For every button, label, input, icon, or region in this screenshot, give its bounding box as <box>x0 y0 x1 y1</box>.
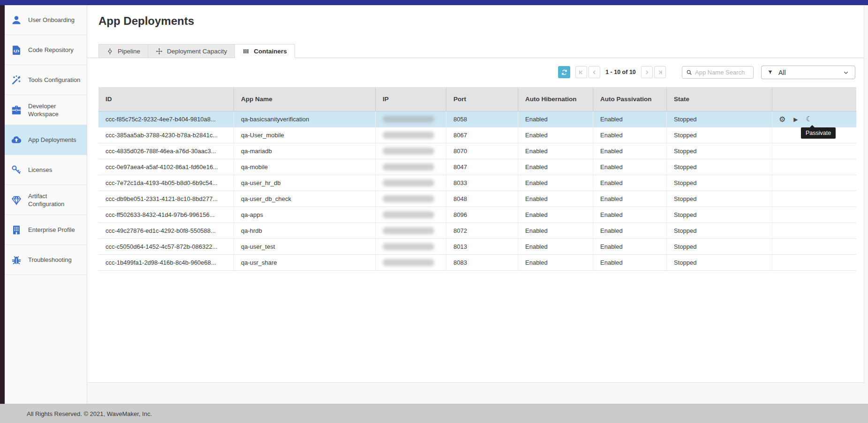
table-row[interactable]: ccc-7e72c1da-4193-4b05-b8d0-6b9c54...qa-… <box>98 175 856 191</box>
sidebar-item-label: Tools Configuration <box>28 76 82 84</box>
table-row[interactable]: ccc-49c27876-ed1c-4292-b0f8-550588...qa-… <box>98 223 856 239</box>
cell-app-name: qa-user_hr_db <box>234 175 376 191</box>
passivate-tooltip: Passivate <box>801 127 836 139</box>
pagination-last-button[interactable] <box>654 66 666 78</box>
cell-app-name: qa-user_test <box>234 239 376 254</box>
sidebar-item-artifact-configuration[interactable]: Artifact Configuration <box>5 185 87 215</box>
filter-selected-value: All <box>778 69 786 76</box>
sidebar-item-enterprise-profile[interactable]: Enterprise Profile <box>5 215 87 245</box>
cell-ip <box>376 175 446 191</box>
column-header-port: Port <box>446 87 518 111</box>
cell-port: 8067 <box>446 127 518 143</box>
sidebar-item-label: Licenses <box>28 166 82 174</box>
cell-auto-hibernation: Enabled <box>518 127 593 143</box>
column-header-state: State <box>667 87 772 111</box>
cell-auto-hibernation: Enabled <box>518 159 593 175</box>
cell-port: 8047 <box>446 159 518 175</box>
redacted-ip-value <box>383 259 434 266</box>
cell-port: 8048 <box>446 191 518 207</box>
tab-deployment-capacity[interactable]: Deployment Capacity <box>148 44 235 58</box>
refresh-button[interactable] <box>558 66 570 78</box>
tab-label: Pipeline <box>118 48 140 55</box>
cell-state: Stopped <box>667 143 772 159</box>
cell-id: ccc-7e72c1da-4193-4b05-b8d0-6b9c54... <box>98 175 234 191</box>
cell-ip <box>376 127 446 143</box>
table-row[interactable]: ccc-f85c75c2-9232-4ee7-b404-9810a8...qa-… <box>98 111 856 127</box>
sidebar-item-app-deployments[interactable]: App Deployments <box>5 125 87 155</box>
table-row[interactable]: ccc-4835d026-788f-46ea-a76d-30aac3...qa-… <box>98 143 856 159</box>
sidebar-item-label: Troubleshooting <box>28 256 82 264</box>
enterprise-profile-icon <box>11 224 22 236</box>
pagination-prev-button[interactable] <box>589 66 600 78</box>
cell-auto-hibernation: Enabled <box>518 239 593 254</box>
pagination-first-button[interactable] <box>575 66 587 78</box>
cell-actions <box>772 207 856 223</box>
cell-auto-hibernation: Enabled <box>518 255 593 270</box>
cell-app-name: qa-mobile <box>234 159 376 175</box>
cell-state: Stopped <box>667 207 772 223</box>
filter-select[interactable]: All <box>761 66 855 79</box>
artifact-configuration-icon <box>11 194 22 206</box>
pipeline-icon <box>106 48 113 55</box>
cell-state: Stopped <box>667 111 772 127</box>
sidebar-item-licenses[interactable]: Licenses <box>5 155 87 185</box>
passivate-moon-icon[interactable]: ☾ <box>806 116 812 123</box>
developer-workspace-icon <box>11 104 22 116</box>
main-content: App Deployments PipelineDeployment Capac… <box>87 5 864 383</box>
sidebar-item-developer-workspace[interactable]: Developer Workspace <box>5 95 87 125</box>
containers-table: IDApp NameIPPortAuto HibernationAuto Pas… <box>98 87 856 271</box>
tab-label: Deployment Capacity <box>167 48 227 55</box>
cell-id: ccc-ff502633-8432-41d4-97b6-996156... <box>98 207 234 223</box>
left-edge-strip <box>0 5 5 404</box>
cell-port: 8070 <box>446 143 518 159</box>
cell-port: 8072 <box>446 223 518 238</box>
cell-app-name: qa-usr_share <box>234 255 376 270</box>
sidebar-item-troubleshooting[interactable]: Troubleshooting <box>5 245 87 275</box>
cell-actions <box>772 175 856 191</box>
sidebar-item-code-repository[interactable]: Code Repository <box>5 35 87 65</box>
sidebar-item-label: Artifact Configuration <box>28 192 82 208</box>
table-row[interactable]: ccc-ff502633-8432-41d4-97b6-996156...qa-… <box>98 207 856 223</box>
tab-pipeline[interactable]: Pipeline <box>98 44 148 58</box>
cell-port: 8013 <box>446 239 518 254</box>
cell-ip <box>376 143 446 159</box>
copyright-text: All Rights Reserved. © 2021, WaveMaker, … <box>27 410 152 417</box>
table-row[interactable]: ccc-0e97aea4-a5af-4102-86a1-fd60e16...qa… <box>98 159 856 175</box>
search-input[interactable] <box>695 69 749 76</box>
table-header-row: IDApp NameIPPortAuto HibernationAuto Pas… <box>98 87 856 111</box>
cell-auto-passivation: Enabled <box>593 143 667 159</box>
page-prev-icon <box>591 69 598 76</box>
pagination-next-button[interactable] <box>641 66 653 78</box>
redacted-ip-value <box>383 148 434 155</box>
cell-port: 8083 <box>446 255 518 270</box>
table-row[interactable]: ccc-385aa5ab-3788-4230-b78a-b2841c...qa-… <box>98 127 856 143</box>
redacted-ip-value <box>383 116 434 123</box>
cell-id: ccc-4835d026-788f-46ea-a76d-30aac3... <box>98 143 234 159</box>
top-navigation-bar <box>0 0 868 5</box>
cell-auto-hibernation: Enabled <box>518 175 593 191</box>
cell-auto-passivation: Enabled <box>593 207 667 223</box>
play-icon[interactable]: ▶ <box>793 117 798 122</box>
cell-actions <box>772 159 856 175</box>
redacted-ip-value <box>383 179 434 186</box>
settings-gear-icon[interactable]: ⚙ <box>779 116 785 123</box>
app-deployments-icon <box>11 134 22 146</box>
filter-icon <box>767 69 773 75</box>
table-row[interactable]: ccc-db9be051-2331-4121-8c10-8bd277...qa-… <box>98 191 856 207</box>
sidebar-item-tools-configuration[interactable]: Tools Configuration <box>5 65 87 95</box>
cell-auto-hibernation: Enabled <box>518 143 593 159</box>
table-row[interactable]: ccc-1b499fa1-2d98-416b-8c4b-960e68...qa-… <box>98 255 856 271</box>
tab-containers[interactable]: Containers <box>235 44 295 58</box>
licenses-icon <box>11 164 22 176</box>
page-first-icon <box>578 69 585 76</box>
cell-state: Stopped <box>667 255 772 270</box>
redacted-ip-value <box>383 132 434 139</box>
cell-app-name: qa-mariadb <box>234 143 376 159</box>
table-row[interactable]: ccc-c5050d64-1452-4c57-872b-086322...qa-… <box>98 239 856 255</box>
page-last-icon <box>657 69 664 76</box>
cell-actions <box>772 143 856 159</box>
containers-icon <box>242 48 249 55</box>
table-body: ccc-f85c75c2-9232-4ee7-b404-9810a8...qa-… <box>98 111 856 271</box>
sidebar-item-user-onboarding[interactable]: User Onboarding <box>5 5 87 35</box>
cell-auto-passivation: Enabled <box>593 191 667 207</box>
